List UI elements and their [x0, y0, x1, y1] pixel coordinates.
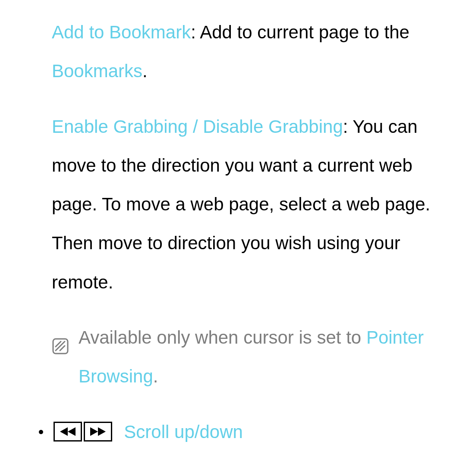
note-text: Available only when cursor is set to Poi…: [79, 318, 453, 396]
link-scroll-up-down: Scroll up/down: [124, 422, 242, 442]
svg-marker-6: [90, 427, 98, 436]
text: You can scroll the page up or down.: [54, 473, 341, 476]
text: : Add to current page to the: [191, 22, 409, 42]
link-bookmarks: Bookmarks: [52, 61, 142, 81]
text: Available only when cursor is set to: [79, 327, 366, 348]
text: : You can move to the direction you want…: [52, 116, 430, 292]
paragraph-add-bookmark: Add to Bookmark: Add to current page to …: [52, 13, 453, 91]
svg-line-3: [60, 346, 65, 351]
document-page: Add to Bookmark: Add to current page to …: [0, 0, 466, 476]
paragraph-grabbing: Enable Grabbing / Disable Grabbing: You …: [52, 107, 453, 302]
link-enable-disable-grabbing: Enable Grabbing / Disable Grabbing: [52, 116, 343, 137]
text: .: [153, 366, 158, 386]
rewind-key-icon: [54, 422, 82, 442]
bullet-body: Scroll up/down You can scroll the page u…: [54, 413, 453, 476]
svg-marker-4: [60, 427, 68, 436]
bullet-row-scroll: Scroll up/down You can scroll the page u…: [39, 413, 453, 476]
note-row: Available only when cursor is set to Poi…: [52, 318, 453, 396]
text: .: [142, 61, 148, 81]
paragraph-scroll-desc: You can scroll the page up or down.: [54, 464, 453, 476]
fast-forward-key-icon: [84, 422, 112, 442]
link-add-to-bookmark: Add to Bookmark: [52, 22, 191, 42]
svg-marker-7: [98, 427, 106, 436]
bullet-icon: [39, 430, 43, 434]
note-icon: [52, 329, 69, 368]
svg-marker-5: [68, 427, 76, 436]
